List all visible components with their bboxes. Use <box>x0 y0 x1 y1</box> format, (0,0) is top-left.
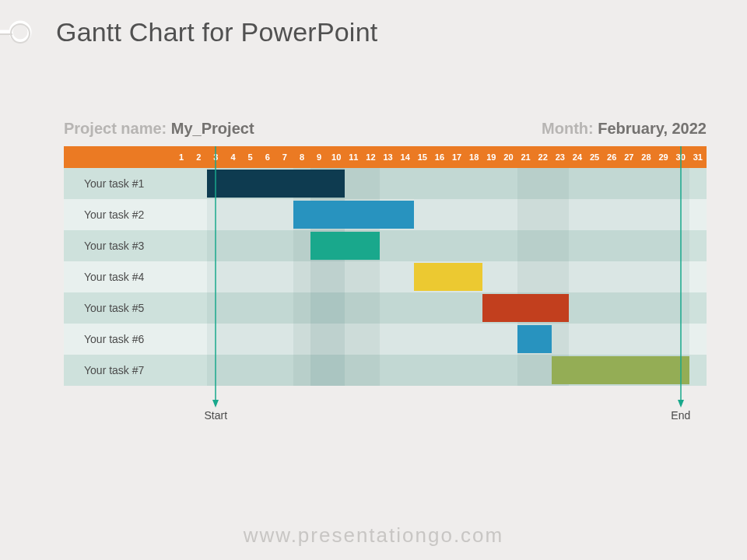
day-header-cell: 4 <box>224 146 241 168</box>
task-days <box>173 230 707 261</box>
start-marker-label: Start <box>205 409 228 422</box>
start-marker-icon <box>211 146 220 409</box>
title-decoration-icon <box>0 9 37 55</box>
task-days <box>173 168 707 199</box>
month-value: February, 2022 <box>598 120 707 137</box>
task-label: Your task #5 <box>64 292 173 324</box>
svg-point-3 <box>11 24 30 43</box>
day-header-cell: 18 <box>465 146 482 168</box>
day-header-cell: 28 <box>637 146 654 168</box>
day-header-cell: 6 <box>259 146 276 168</box>
svg-marker-5 <box>212 400 219 408</box>
task-label: Your task #7 <box>64 355 173 386</box>
footer-url: www.presentationgo.com <box>0 523 747 548</box>
svg-point-1 <box>11 23 30 41</box>
gantt-bar <box>482 294 569 322</box>
day-header-cell: 15 <box>414 146 431 168</box>
day-header-cell: 27 <box>620 146 637 168</box>
day-header-cell: 17 <box>448 146 465 168</box>
project-name-label: Project name: <box>64 120 171 137</box>
gantt-rows: Your task #1Your task #2Your task #3Your… <box>64 168 707 386</box>
project-name: Project name: My_Project <box>64 120 254 138</box>
day-header-cell: 12 <box>362 146 379 168</box>
day-header-cell: 23 <box>552 146 569 168</box>
gantt-header: 1234567891011121314151617181920212223242… <box>64 146 707 168</box>
month: Month: February, 2022 <box>542 120 707 138</box>
gantt-header-spacer <box>64 146 173 168</box>
task-row: Your task #3 <box>64 230 707 261</box>
day-header-cell: 20 <box>500 146 517 168</box>
task-row: Your task #1 <box>64 168 707 199</box>
title-band: Gantt Chart for PowerPoint <box>0 9 747 54</box>
task-days <box>173 292 707 324</box>
day-header-cell: 1 <box>173 146 190 168</box>
day-header-cell: 14 <box>397 146 414 168</box>
gantt-day-headers: 1234567891011121314151617181920212223242… <box>173 146 707 168</box>
task-days <box>173 324 707 355</box>
task-label: Your task #3 <box>64 230 173 261</box>
day-header-cell: 2 <box>190 146 207 168</box>
day-header-cell: 7 <box>276 146 293 168</box>
task-row: Your task #4 <box>64 261 707 292</box>
task-row: Your task #5 <box>64 292 707 324</box>
task-days <box>173 199 707 230</box>
day-header-cell: 10 <box>328 146 345 168</box>
day-header-cell: 21 <box>517 146 535 168</box>
task-days <box>173 355 707 386</box>
day-header-cell: 25 <box>586 146 603 168</box>
day-header-cell: 24 <box>569 146 586 168</box>
info-row: Project name: My_Project Month: February… <box>64 120 707 138</box>
page-title: Gantt Chart for PowerPoint <box>56 17 377 47</box>
gantt-bar <box>310 232 380 260</box>
task-label: Your task #6 <box>64 324 173 355</box>
day-header-cell: 9 <box>310 146 328 168</box>
gantt-bar <box>414 263 483 291</box>
day-header-cell: 22 <box>535 146 552 168</box>
day-header-cell: 5 <box>242 146 259 168</box>
task-row: Your task #6 <box>64 324 707 355</box>
day-header-cell: 26 <box>603 146 620 168</box>
gantt-chart: 1234567891011121314151617181920212223242… <box>64 146 707 386</box>
day-header-cell: 13 <box>380 146 397 168</box>
day-header-cell: 16 <box>431 146 448 168</box>
gantt-bar <box>552 356 689 384</box>
gantt-bar <box>517 325 552 353</box>
day-header-cell: 31 <box>689 146 707 168</box>
task-row: Your task #7 <box>64 355 707 386</box>
day-header-cell: 8 <box>293 146 310 168</box>
day-header-cell: 11 <box>345 146 362 168</box>
task-days <box>173 261 707 292</box>
project-name-value: My_Project <box>171 120 254 137</box>
svg-marker-7 <box>678 400 684 408</box>
gantt-bar <box>293 201 414 229</box>
task-row: Your task #2 <box>64 199 707 230</box>
end-marker-icon <box>676 146 686 409</box>
task-label: Your task #4 <box>64 261 173 292</box>
end-marker-label: End <box>671 409 690 422</box>
task-label: Your task #1 <box>64 168 173 199</box>
day-header-cell: 29 <box>655 146 672 168</box>
day-header-cell: 19 <box>482 146 500 168</box>
task-label: Your task #2 <box>64 199 173 230</box>
month-label: Month: <box>542 120 598 137</box>
gantt-bar <box>207 170 345 198</box>
